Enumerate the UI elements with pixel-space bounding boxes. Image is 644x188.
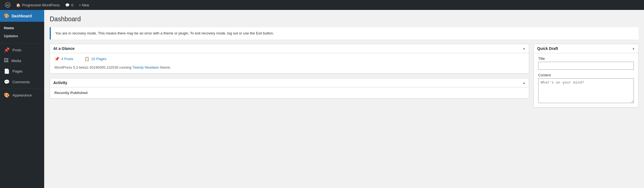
activity-toggle[interactable]: ▲ [523, 81, 526, 84]
activity-title: Activity [53, 80, 67, 85]
sidebar-item-media[interactable]: 🖼 Media [0, 55, 44, 66]
at-a-glance-widget: At a Glance ▲ 📌 4 Posts 📋 10 Pages [50, 44, 529, 74]
activity-header: Activity ▲ [50, 78, 529, 87]
sidebar-item-posts[interactable]: 📌 Posts [0, 45, 44, 55]
at-a-glance-title: At a Glance [53, 46, 75, 51]
pushpin-icon: 📌 [54, 57, 60, 61]
notice-text: You are in recovery mode. This means the… [55, 31, 274, 35]
pages-icon: 📄 [4, 68, 10, 74]
home-icon: 🏠 [16, 3, 20, 7]
media-label: Media [11, 59, 21, 63]
sidebar-active-section-label: Dashboard [12, 14, 32, 18]
widget-col-left: At a Glance ▲ 📌 4 Posts 📋 10 Pages [50, 44, 529, 99]
activity-body: Recently Published [50, 87, 529, 98]
activity-widget: Activity ▲ Recently Published [50, 78, 529, 98]
sidebar-item-appearance[interactable]: 🎨 Appearance [0, 90, 44, 101]
recently-published-label: Recently Published [54, 91, 524, 95]
glance-stats: 📌 4 Posts 📋 10 Pages [54, 57, 524, 61]
appearance-icon: 🎨 [4, 92, 10, 98]
content-field[interactable] [538, 78, 634, 103]
quick-draft-widget: Quick Draft ▲ Title Content [534, 44, 638, 108]
site-name-label: Progressive WordPress [22, 3, 60, 7]
new-content-button[interactable]: + New [76, 0, 92, 10]
main-content-area: Dashboard You are in recovery mode. This… [44, 10, 644, 188]
wp-logo-button[interactable]: W [2, 0, 13, 10]
sidebar-item-updates[interactable]: Updates [0, 32, 44, 40]
at-a-glance-toggle[interactable]: ▲ [523, 47, 526, 50]
media-icon: 🖼 [4, 58, 9, 63]
quick-draft-body: Title Content [534, 53, 638, 107]
pages-stat-link[interactable]: 📋 10 Pages [84, 57, 106, 61]
widget-col-right: Quick Draft ▲ Title Content [534, 44, 638, 108]
appearance-label: Appearance [12, 93, 32, 97]
title-field-label: Title [538, 57, 634, 61]
posts-stat-link[interactable]: 📌 4 Posts [54, 57, 73, 61]
dashboard-icon: 🎨 [4, 13, 9, 18]
home-sub-label: Home [4, 26, 14, 30]
pages-stat-icon: 📋 [84, 57, 89, 61]
new-label: + New [79, 3, 89, 7]
sidebar-item-comments[interactable]: 💬 Comments [0, 77, 44, 87]
page-title: Dashboard [50, 15, 638, 23]
quick-draft-header: Quick Draft ▲ [534, 44, 638, 53]
comments-icon: 💬 [65, 3, 70, 7]
sidebar: 🎨 Dashboard Home Updates 📌 Posts 🖼 Media… [0, 10, 44, 188]
version-text-before: WordPress 5.2-beta1-20190405.132530 runn… [54, 65, 132, 69]
dashboard-sub-menu: Home Updates [0, 22, 44, 42]
at-a-glance-header: At a Glance ▲ [50, 44, 529, 53]
content-field-label: Content [538, 73, 634, 77]
site-name-button[interactable]: 🏠 Progressive WordPress [13, 0, 62, 10]
recovery-mode-notice: You are in recovery mode. This means the… [50, 27, 638, 39]
at-a-glance-body: 📌 4 Posts 📋 10 Pages WordPress 5.2-beta1… [50, 53, 529, 74]
quick-draft-toggle[interactable]: ▲ [632, 47, 635, 50]
sidebar-item-home[interactable]: Home [0, 24, 44, 32]
menu-divider-1 [0, 43, 44, 44]
svg-text:W: W [6, 3, 9, 7]
updates-sub-label: Updates [4, 34, 18, 38]
comments-count: 0 [71, 3, 73, 7]
version-text-after: theme. [159, 65, 171, 69]
comments-button[interactable]: 💬 0 [62, 0, 76, 10]
sidebar-item-dashboard[interactable]: 🎨 Dashboard [0, 10, 44, 22]
comments-label: Comments [12, 80, 30, 84]
pages-count: 10 Pages [91, 57, 106, 61]
posts-icon: 📌 [4, 47, 10, 53]
theme-link[interactable]: Twenty Nineteen [132, 65, 159, 69]
comments-sidebar-icon: 💬 [4, 79, 10, 85]
widgets-row: At a Glance ▲ 📌 4 Posts 📋 10 Pages [50, 44, 638, 108]
quick-draft-title: Quick Draft [537, 46, 558, 51]
menu-divider-2 [0, 88, 44, 89]
sidebar-item-pages[interactable]: 📄 Pages [0, 66, 44, 77]
title-field[interactable] [538, 62, 634, 70]
posts-label: Posts [12, 48, 22, 52]
version-info: WordPress 5.2-beta1-20190405.132530 runn… [54, 65, 524, 70]
pages-label: Pages [12, 69, 23, 73]
posts-count: 4 Posts [61, 57, 73, 61]
